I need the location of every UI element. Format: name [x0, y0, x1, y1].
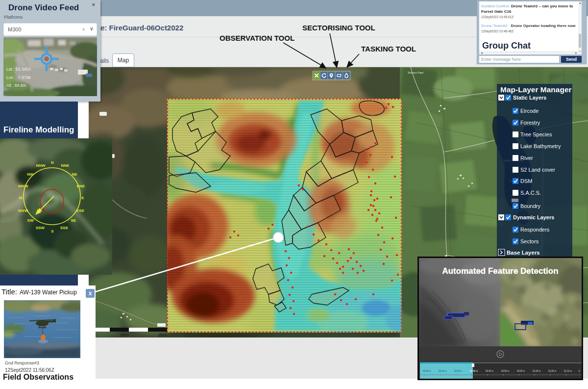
- svg-text:N: N: [51, 160, 54, 165]
- svg-text:00:30 m: 00:30 m: [439, 370, 447, 372]
- svg-text:SSE: SSE: [60, 226, 69, 230]
- svg-text:ENE: ENE: [77, 184, 85, 188]
- svg-text:NNE: NNE: [61, 163, 70, 168]
- svg-text:NE: NE: [72, 172, 77, 177]
- svg-text:00:55 m: 00:55 m: [517, 370, 525, 372]
- svg-text:Stoney Fast: Stoney Fast: [408, 71, 423, 74]
- svg-text:00:50 m: 00:50 m: [501, 370, 510, 372]
- svg-text:00:40 m: 00:40 m: [470, 370, 478, 372]
- svg-text:00:35 m: 00:35 m: [454, 370, 463, 372]
- svg-text:1km: 1km: [120, 333, 129, 337]
- svg-text:ESE: ESE: [76, 208, 85, 213]
- svg-text:NNW: NNW: [36, 163, 46, 168]
- svg-text:Lat : 53.3453: Lat : 53.3453: [6, 67, 31, 72]
- svg-text:SSW: SSW: [36, 226, 45, 230]
- svg-text:E: E: [81, 196, 84, 200]
- svg-text:SW: SW: [27, 218, 34, 223]
- svg-text:01:05 m: 01:05 m: [548, 370, 557, 372]
- svg-text:00:45 m: 00:45 m: [486, 370, 494, 372]
- svg-text:01:00 m: 01:00 m: [533, 370, 541, 372]
- svg-text:00:25 m: 00:25 m: [423, 370, 431, 372]
- svg-text:WNW: WNW: [18, 184, 28, 188]
- svg-text:Alt : 84.6m: Alt : 84.6m: [6, 83, 26, 88]
- svg-text:SE: SE: [71, 218, 76, 223]
- svg-text:Lon : -7.8796: Lon : -7.8796: [6, 75, 31, 80]
- svg-text:S: S: [51, 229, 54, 233]
- svg-text:2km: 2km: [158, 333, 167, 337]
- svg-text:Automated Feature Detection: Automated Feature Detection: [442, 266, 558, 276]
- svg-text:W: W: [19, 196, 23, 200]
- svg-text:NW: NW: [27, 172, 34, 177]
- svg-text:01:10 m: 01:10 m: [564, 370, 572, 372]
- svg-text:WSW: WSW: [18, 208, 28, 213]
